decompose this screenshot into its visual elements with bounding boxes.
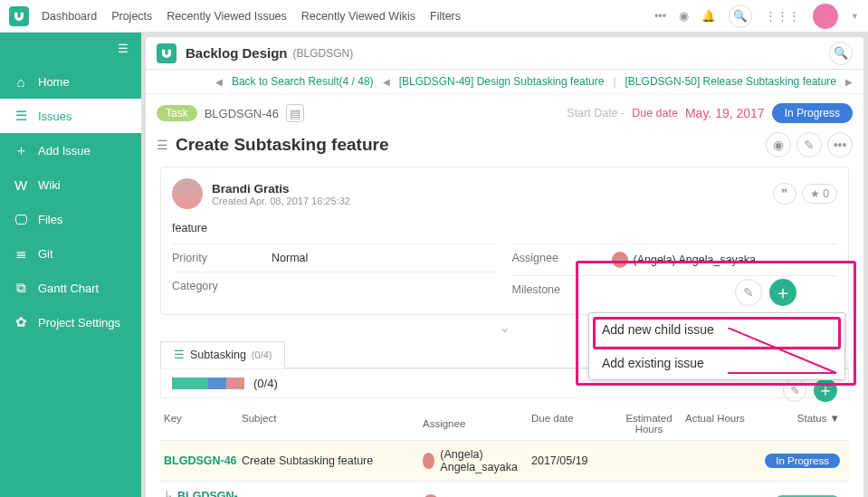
project-name: Backlog Design <box>186 45 288 61</box>
child-arrow-icon: ↳ <box>164 490 174 497</box>
nav-dashboard[interactable]: Dashboard <box>42 10 97 23</box>
status-pill[interactable]: In Progress <box>772 103 853 123</box>
star-button[interactable]: ★ 0 <box>802 184 837 204</box>
sidebar-item-gantt[interactable]: ⧉Gantt Chart <box>0 271 141 305</box>
progress-text: (0/4) <box>253 377 278 390</box>
chevron-left-icon: ◀ <box>215 77 223 87</box>
sidebar-item-add-issue[interactable]: ＋Add Issue <box>0 133 141 167</box>
sidebar-item-wiki[interactable]: WWiki <box>0 167 141 202</box>
issue-key: BLGDSGN-46 <box>205 107 279 120</box>
created-date: Created Apr. 08, 2017 16:25:32 <box>212 196 350 206</box>
table-row[interactable]: BLGDSGN-46 Create Subtasking feature (An… <box>160 440 849 481</box>
author-avatar <box>172 178 203 209</box>
watch-button[interactable]: ◉ <box>766 132 791 158</box>
git-icon: ≣ <box>13 245 29 262</box>
project-search-icon[interactable]: 🔍 <box>829 42 853 65</box>
more-icon[interactable]: ••• <box>654 10 666 23</box>
project-logo[interactable] <box>157 43 176 63</box>
issue-type-pill: Task <box>157 105 197 121</box>
start-date-label: Start Date - <box>567 107 625 119</box>
quote-button[interactable]: ❞ <box>773 183 796 205</box>
sidebar-item-home[interactable]: ⌂Home <box>0 64 141 99</box>
home-icon: ⌂ <box>13 74 29 90</box>
priority-value: Normal <box>272 252 308 264</box>
sidebar-item-files[interactable]: 🖵Files <box>0 202 141 236</box>
topbar: Dashboard Projects Recently Viewed Issue… <box>0 0 868 33</box>
row-key[interactable]: BLGDSGN-49 <box>164 490 238 497</box>
sidebar-item-issues[interactable]: ☰Issues <box>0 99 141 133</box>
main: Backlog Design (BLGDSGN) 🔍 ◀ Back to Sea… <box>141 33 868 497</box>
plus-icon: ＋ <box>13 142 29 159</box>
row-subject: Create Subtasking feature <box>242 454 423 467</box>
table-row[interactable]: ↳BLGDSGN-49 Design Subtasking feature Br… <box>160 481 849 497</box>
due-date-value: May. 19, 2017 <box>685 106 765 120</box>
user-avatar[interactable] <box>813 4 838 29</box>
top-menu: Dashboard Projects Recently Viewed Issue… <box>42 10 461 23</box>
row-assignee: (Angela) Angela_sayaka <box>440 448 531 473</box>
issue-title: Create Subtasking feature <box>176 135 388 155</box>
issue-description: feature <box>172 222 837 234</box>
nav-recent-issues[interactable]: Recently Viewed Issues <box>167 10 286 23</box>
subtask-table-header: Key Subject Assignee Due date Estimated … <box>160 407 849 440</box>
nav-filters[interactable]: Filters <box>430 10 461 23</box>
chevron-right-icon: ▶ <box>845 77 853 87</box>
more-button[interactable]: ••• <box>827 132 853 158</box>
issues-icon: ☰ <box>13 108 29 124</box>
category-label: Category <box>172 280 272 292</box>
breadcrumb: ◀ Back to Search Result(4 / 48) ◀ [BLGDS… <box>146 70 863 94</box>
hamburger-icon[interactable]: ☰ <box>0 33 141 64</box>
watch-icon[interactable]: ◉ <box>679 9 689 23</box>
edit-button[interactable]: ✎ <box>796 132 822 158</box>
user-dropdown-icon[interactable]: ▼ <box>851 12 859 21</box>
sidebar: ☰ ⌂Home ☰Issues ＋Add Issue WWiki 🖵Files … <box>0 33 141 497</box>
prev-issue-link[interactable]: [BLGDSGN-49] Design Subtasking feature <box>399 75 605 88</box>
subtask-tab-icon: ☰ <box>174 348 185 361</box>
nav-recent-wikis[interactable]: Recently Viewed Wikis <box>301 10 415 23</box>
annotation-highlight-box <box>576 261 856 386</box>
priority-label: Priority <box>172 252 272 264</box>
next-issue-link[interactable]: [BLGDSGN-50] Release Subtasking feature <box>625 75 836 88</box>
row-status: In Progress <box>765 454 840 468</box>
gantt-icon: ⧉ <box>13 280 29 296</box>
bell-icon[interactable]: 🔔 <box>701 9 716 23</box>
files-icon: 🖵 <box>13 212 29 227</box>
apps-icon[interactable]: ⋮⋮⋮ <box>765 9 800 23</box>
search-icon[interactable]: 🔍 <box>729 5 752 28</box>
project-bar: Backlog Design (BLGDSGN) 🔍 <box>146 37 863 70</box>
author-name: Brandi Gratis <box>212 182 350 196</box>
due-date-label: Due date <box>632 107 678 119</box>
status-header[interactable]: Status ▼ <box>758 413 849 435</box>
gear-icon: ✿ <box>13 314 29 330</box>
row-avatar <box>423 453 434 469</box>
row-due: 2017/05/19 <box>531 454 613 467</box>
row-key[interactable]: BLGDSGN-46 <box>164 454 237 467</box>
back-to-search-link[interactable]: Back to Search Result(4 / 48) <box>232 75 374 88</box>
sidebar-item-git[interactable]: ≣Git <box>0 236 141 271</box>
copy-icon[interactable]: ▤ <box>286 104 304 122</box>
nav-projects[interactable]: Projects <box>111 10 152 23</box>
app-logo[interactable] <box>9 6 29 26</box>
wiki-icon: W <box>13 177 29 193</box>
row-avatar <box>423 494 439 498</box>
project-key: (BLGDSGN) <box>293 47 354 60</box>
tab-subtasking[interactable]: ☰ Subtasking (0/4) <box>160 341 285 368</box>
sidebar-item-settings[interactable]: ✿Project Settings <box>0 305 141 339</box>
parent-issue-icon: ☰ <box>157 138 168 152</box>
